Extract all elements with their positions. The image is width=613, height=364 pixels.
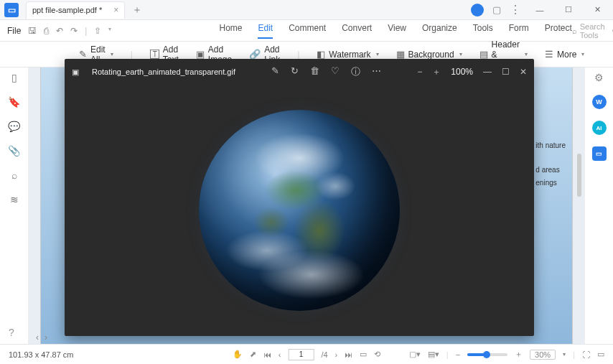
app-badge-icon[interactable]: ▭ [592,146,607,161]
app-icon[interactable]: ▭ [4,3,19,17]
hand-tool-icon[interactable]: ✋ [233,350,243,359]
menu-protect[interactable]: Protect [545,23,572,39]
search-placeholder: Search Tools [580,22,605,39]
viewer-zoom-in-icon[interactable]: ＋ [432,66,441,78]
zoom-in-btn[interactable]: ＋ [515,349,523,360]
viewer-rotate-icon[interactable]: ↻ [291,65,299,78]
scroll-right-icon[interactable]: › [45,332,47,342]
viewer-filename: Rotating_earth_animated_transparent.gif [92,67,235,76]
pencil-icon: ✎ [79,49,87,60]
image-viewer-window: ▣ Rotating_earth_animated_transparent.gi… [65,59,534,336]
comment-panel-icon[interactable]: 💬 [8,121,20,132]
right-sidebar: ⚙ W AI ▭ [584,67,613,344]
document-text-fragment: ith nature d areas enings [535,139,566,190]
search-panel-icon[interactable]: ⌕ [11,169,17,181]
thumbnails-icon[interactable]: ▯ [11,72,17,83]
document-tab[interactable]: ppt file-sample.pdf * × [26,1,125,19]
reflow-icon[interactable]: ⟲ [374,350,380,359]
earth-image [199,110,400,311]
page-total: /4 [321,350,327,359]
page-display-icon[interactable]: ▤▾ [428,350,439,359]
close-tab-icon[interactable]: × [113,5,118,15]
menu-form[interactable]: Form [509,23,529,39]
left-sidebar: ▯ 🔖 💬 📎 ⌕ ≋ [0,67,29,344]
link-icon: 🔗 [249,49,261,60]
close-window-button[interactable]: ✕ [587,2,607,18]
minimize-button[interactable]: — [530,2,550,18]
viewer-body[interactable] [65,85,534,336]
menu-tools[interactable]: Tools [473,23,493,39]
layers-icon[interactable]: ≋ [10,194,19,205]
bookmark-icon[interactable]: 🔖 [8,96,20,108]
prev-page-icon[interactable]: ‹ [279,350,281,359]
search-icon: ⌕ [572,27,577,35]
viewer-zoom-out-icon[interactable]: − [417,67,422,77]
image-icon: ▣ [196,49,205,60]
cursor-coordinates: 101.93 x 47.87 cm [9,350,74,359]
menu-home[interactable]: Home [219,23,242,39]
viewer-favorite-icon[interactable]: ♡ [331,65,340,78]
read-mode-icon[interactable]: ▭ [597,350,604,359]
scroll-left-icon[interactable]: ‹ [36,332,39,342]
fullscreen-icon[interactable]: ⛶ [582,350,590,359]
new-tab-button[interactable]: ＋ [132,4,142,17]
viewer-close-icon[interactable]: ✕ [520,67,527,77]
background-icon: ▦ [396,49,405,60]
viewer-zoom-level: 100% [451,67,473,77]
viewer-edit-icon[interactable]: ✎ [271,65,279,78]
zoom-out-btn[interactable]: − [456,350,460,359]
menu-comment[interactable]: Comment [289,23,326,39]
next-page-icon[interactable]: › [335,350,338,359]
menu-view[interactable]: View [388,23,406,39]
watermark-icon: ◧ [317,49,325,60]
page-view-icon[interactable]: ▭ [360,350,367,359]
last-page-icon[interactable]: ⏭ [345,350,352,359]
feedback-icon[interactable]: ▢ [492,4,501,15]
fit-width-icon[interactable]: ▢▾ [409,350,421,359]
viewer-info-icon[interactable]: ⓘ [351,65,360,78]
viewer-maximize-icon[interactable]: ☐ [502,67,510,77]
menu-dots-icon[interactable]: ⋮ [510,3,521,17]
more-button[interactable]: ☰More▾ [545,49,584,60]
print-icon[interactable]: ⎙ [44,26,49,36]
more-icon: ☰ [545,49,553,60]
titlebar: ▭ ppt file-sample.pdf * × ＋ ▢ ⋮ — ☐ ✕ [0,0,613,20]
viewer-delete-icon[interactable]: 🗑 [310,65,319,78]
redo-icon[interactable]: ↷ [70,26,78,36]
ai-icon[interactable]: AI [592,121,607,135]
search-tools[interactable]: ⌕ Search Tools [572,22,605,39]
first-page-icon[interactable]: ⏮ [263,350,271,359]
viewer-toolbar: ▣ Rotating_earth_animated_transparent.gi… [65,59,534,85]
select-tool-icon[interactable]: ⬈ [250,350,256,359]
background-button[interactable]: ▦Background▾ [396,49,462,60]
word-convert-icon[interactable]: W [592,95,607,109]
zoom-slider[interactable] [467,353,507,356]
page-input[interactable]: 1 [288,349,314,360]
tab-title: ppt file-sample.pdf * [32,6,102,14]
attachment-icon[interactable]: 📎 [8,145,20,157]
menu-organize[interactable]: Organize [422,23,457,39]
zoom-percent[interactable]: 30% [530,350,556,360]
header-footer-icon: ▤ [479,49,488,60]
text-icon: 🅃 [150,49,159,60]
viewer-more-icon[interactable]: ⋯ [372,65,381,78]
viewer-minimize-icon[interactable]: — [483,67,492,77]
maximize-button[interactable]: ☐ [558,2,579,18]
menubar: File 🖫 ⎙ ↶ ↷ | ⇧ ▾ Home Edit Comment Con… [0,20,613,42]
share-icon[interactable]: ⇧ [94,26,101,36]
statusbar: 101.93 x 47.87 cm ✋ ⬈ ⏮ ‹ 1 /4 › ⏭ ▭ ⟲ ▢… [0,344,613,364]
save-icon[interactable]: 🖫 [28,26,37,36]
vertical-scrollbar[interactable] [577,154,581,197]
viewer-gallery-icon[interactable]: ▣ [72,67,79,77]
help-icon[interactable]: ? [9,327,14,338]
menu-convert[interactable]: Convert [342,23,372,39]
undo-icon[interactable]: ↶ [56,26,63,36]
menu-edit[interactable]: Edit [258,23,273,39]
file-menu[interactable]: File [7,26,21,36]
watermark-button[interactable]: ◧Watermark▾ [317,49,378,60]
user-avatar[interactable] [471,4,484,17]
properties-icon[interactable]: ⚙ [594,72,604,83]
